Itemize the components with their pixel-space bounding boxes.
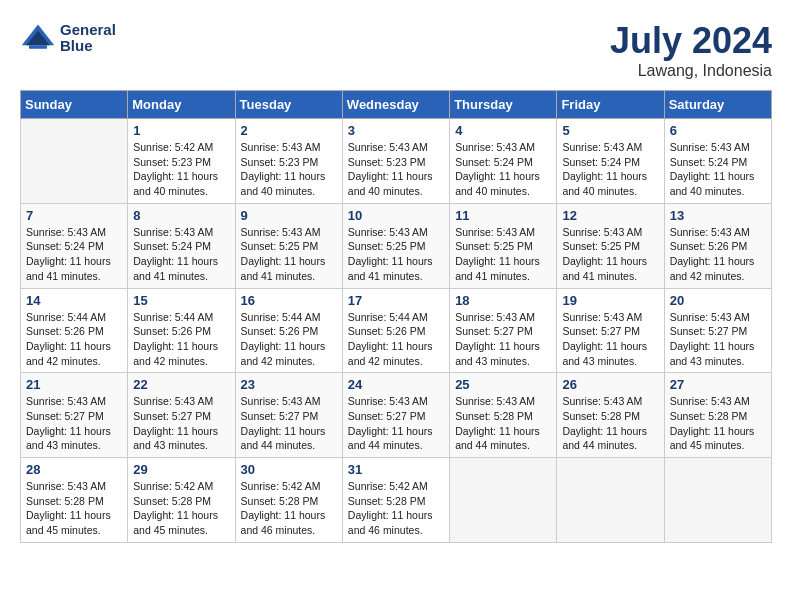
day-number: 20: [670, 293, 766, 308]
calendar-cell: 1Sunrise: 5:42 AM Sunset: 5:23 PM Daylig…: [128, 119, 235, 204]
day-number: 24: [348, 377, 444, 392]
day-header-monday: Monday: [128, 91, 235, 119]
day-number: 12: [562, 208, 658, 223]
day-number: 10: [348, 208, 444, 223]
day-info: Sunrise: 5:42 AM Sunset: 5:28 PM Dayligh…: [241, 479, 337, 538]
calendar-cell: 25Sunrise: 5:43 AM Sunset: 5:28 PM Dayli…: [450, 373, 557, 458]
calendar-week-row: 28Sunrise: 5:43 AM Sunset: 5:28 PM Dayli…: [21, 458, 772, 543]
day-info: Sunrise: 5:43 AM Sunset: 5:28 PM Dayligh…: [562, 394, 658, 453]
day-number: 4: [455, 123, 551, 138]
calendar-week-row: 1Sunrise: 5:42 AM Sunset: 5:23 PM Daylig…: [21, 119, 772, 204]
day-info: Sunrise: 5:42 AM Sunset: 5:28 PM Dayligh…: [133, 479, 229, 538]
calendar-cell: [557, 458, 664, 543]
calendar-cell: 12Sunrise: 5:43 AM Sunset: 5:25 PM Dayli…: [557, 203, 664, 288]
day-info: Sunrise: 5:43 AM Sunset: 5:24 PM Dayligh…: [670, 140, 766, 199]
day-info: Sunrise: 5:43 AM Sunset: 5:24 PM Dayligh…: [133, 225, 229, 284]
day-number: 27: [670, 377, 766, 392]
calendar-cell: 24Sunrise: 5:43 AM Sunset: 5:27 PM Dayli…: [342, 373, 449, 458]
day-info: Sunrise: 5:43 AM Sunset: 5:23 PM Dayligh…: [241, 140, 337, 199]
month-year-title: July 2024: [610, 20, 772, 62]
day-number: 13: [670, 208, 766, 223]
calendar-week-row: 21Sunrise: 5:43 AM Sunset: 5:27 PM Dayli…: [21, 373, 772, 458]
calendar-cell: 13Sunrise: 5:43 AM Sunset: 5:26 PM Dayli…: [664, 203, 771, 288]
day-info: Sunrise: 5:43 AM Sunset: 5:27 PM Dayligh…: [241, 394, 337, 453]
day-number: 22: [133, 377, 229, 392]
day-info: Sunrise: 5:43 AM Sunset: 5:27 PM Dayligh…: [133, 394, 229, 453]
calendar-cell: [664, 458, 771, 543]
calendar-cell: 3Sunrise: 5:43 AM Sunset: 5:23 PM Daylig…: [342, 119, 449, 204]
day-number: 28: [26, 462, 122, 477]
calendar-cell: [450, 458, 557, 543]
day-info: Sunrise: 5:43 AM Sunset: 5:25 PM Dayligh…: [241, 225, 337, 284]
day-header-tuesday: Tuesday: [235, 91, 342, 119]
day-info: Sunrise: 5:43 AM Sunset: 5:23 PM Dayligh…: [348, 140, 444, 199]
day-info: Sunrise: 5:43 AM Sunset: 5:24 PM Dayligh…: [562, 140, 658, 199]
day-number: 29: [133, 462, 229, 477]
title-area: July 2024 Lawang, Indonesia: [610, 20, 772, 80]
calendar-cell: 28Sunrise: 5:43 AM Sunset: 5:28 PM Dayli…: [21, 458, 128, 543]
calendar-cell: 5Sunrise: 5:43 AM Sunset: 5:24 PM Daylig…: [557, 119, 664, 204]
day-number: 16: [241, 293, 337, 308]
day-info: Sunrise: 5:43 AM Sunset: 5:25 PM Dayligh…: [348, 225, 444, 284]
calendar-cell: 18Sunrise: 5:43 AM Sunset: 5:27 PM Dayli…: [450, 288, 557, 373]
day-number: 31: [348, 462, 444, 477]
calendar-cell: 15Sunrise: 5:44 AM Sunset: 5:26 PM Dayli…: [128, 288, 235, 373]
day-header-friday: Friday: [557, 91, 664, 119]
day-info: Sunrise: 5:42 AM Sunset: 5:23 PM Dayligh…: [133, 140, 229, 199]
day-info: Sunrise: 5:43 AM Sunset: 5:28 PM Dayligh…: [455, 394, 551, 453]
calendar-cell: 23Sunrise: 5:43 AM Sunset: 5:27 PM Dayli…: [235, 373, 342, 458]
calendar-cell: 9Sunrise: 5:43 AM Sunset: 5:25 PM Daylig…: [235, 203, 342, 288]
day-number: 21: [26, 377, 122, 392]
day-number: 3: [348, 123, 444, 138]
calendar-cell: 7Sunrise: 5:43 AM Sunset: 5:24 PM Daylig…: [21, 203, 128, 288]
day-number: 5: [562, 123, 658, 138]
calendar-cell: 19Sunrise: 5:43 AM Sunset: 5:27 PM Dayli…: [557, 288, 664, 373]
calendar-cell: 4Sunrise: 5:43 AM Sunset: 5:24 PM Daylig…: [450, 119, 557, 204]
day-info: Sunrise: 5:43 AM Sunset: 5:28 PM Dayligh…: [670, 394, 766, 453]
day-number: 25: [455, 377, 551, 392]
day-number: 17: [348, 293, 444, 308]
logo: General Blue: [20, 20, 116, 56]
day-info: Sunrise: 5:43 AM Sunset: 5:27 PM Dayligh…: [26, 394, 122, 453]
day-number: 11: [455, 208, 551, 223]
svg-rect-2: [29, 45, 47, 49]
page-header: General Blue July 2024 Lawang, Indonesia: [20, 20, 772, 80]
calendar-cell: 14Sunrise: 5:44 AM Sunset: 5:26 PM Dayli…: [21, 288, 128, 373]
day-number: 18: [455, 293, 551, 308]
calendar-cell: [21, 119, 128, 204]
day-info: Sunrise: 5:43 AM Sunset: 5:27 PM Dayligh…: [670, 310, 766, 369]
day-header-saturday: Saturday: [664, 91, 771, 119]
day-info: Sunrise: 5:44 AM Sunset: 5:26 PM Dayligh…: [26, 310, 122, 369]
calendar-cell: 30Sunrise: 5:42 AM Sunset: 5:28 PM Dayli…: [235, 458, 342, 543]
day-number: 6: [670, 123, 766, 138]
day-info: Sunrise: 5:43 AM Sunset: 5:26 PM Dayligh…: [670, 225, 766, 284]
day-number: 8: [133, 208, 229, 223]
day-header-thursday: Thursday: [450, 91, 557, 119]
day-info: Sunrise: 5:43 AM Sunset: 5:27 PM Dayligh…: [455, 310, 551, 369]
location-subtitle: Lawang, Indonesia: [610, 62, 772, 80]
day-info: Sunrise: 5:42 AM Sunset: 5:28 PM Dayligh…: [348, 479, 444, 538]
day-info: Sunrise: 5:43 AM Sunset: 5:27 PM Dayligh…: [562, 310, 658, 369]
day-number: 7: [26, 208, 122, 223]
calendar-cell: 22Sunrise: 5:43 AM Sunset: 5:27 PM Dayli…: [128, 373, 235, 458]
day-info: Sunrise: 5:44 AM Sunset: 5:26 PM Dayligh…: [241, 310, 337, 369]
day-header-sunday: Sunday: [21, 91, 128, 119]
day-info: Sunrise: 5:43 AM Sunset: 5:24 PM Dayligh…: [455, 140, 551, 199]
calendar-cell: 6Sunrise: 5:43 AM Sunset: 5:24 PM Daylig…: [664, 119, 771, 204]
calendar-cell: 16Sunrise: 5:44 AM Sunset: 5:26 PM Dayli…: [235, 288, 342, 373]
calendar-table: SundayMondayTuesdayWednesdayThursdayFrid…: [20, 90, 772, 543]
logo-icon: [20, 20, 56, 56]
day-info: Sunrise: 5:43 AM Sunset: 5:25 PM Dayligh…: [562, 225, 658, 284]
day-info: Sunrise: 5:43 AM Sunset: 5:24 PM Dayligh…: [26, 225, 122, 284]
calendar-cell: 31Sunrise: 5:42 AM Sunset: 5:28 PM Dayli…: [342, 458, 449, 543]
day-info: Sunrise: 5:43 AM Sunset: 5:28 PM Dayligh…: [26, 479, 122, 538]
calendar-cell: 17Sunrise: 5:44 AM Sunset: 5:26 PM Dayli…: [342, 288, 449, 373]
calendar-cell: 10Sunrise: 5:43 AM Sunset: 5:25 PM Dayli…: [342, 203, 449, 288]
calendar-cell: 26Sunrise: 5:43 AM Sunset: 5:28 PM Dayli…: [557, 373, 664, 458]
day-number: 26: [562, 377, 658, 392]
calendar-cell: 27Sunrise: 5:43 AM Sunset: 5:28 PM Dayli…: [664, 373, 771, 458]
calendar-cell: 8Sunrise: 5:43 AM Sunset: 5:24 PM Daylig…: [128, 203, 235, 288]
calendar-header-row: SundayMondayTuesdayWednesdayThursdayFrid…: [21, 91, 772, 119]
day-number: 15: [133, 293, 229, 308]
calendar-week-row: 14Sunrise: 5:44 AM Sunset: 5:26 PM Dayli…: [21, 288, 772, 373]
